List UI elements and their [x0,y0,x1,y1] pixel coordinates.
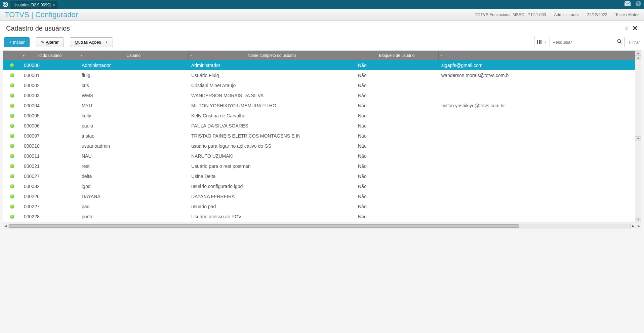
grid-body: 000000AdministradorAdministradorNãosigap… [3,60,641,222]
scroll-bottom-icon[interactable]: ▼ [635,217,641,222]
status-cell [3,215,21,219]
caret-right-icon: ▸ [23,54,25,57]
hscroll-thumb[interactable] [9,224,519,228]
status-cell [3,63,21,67]
status-cell [3,174,21,178]
cell-id: 000001 [21,73,79,78]
header-env: TOTVS Educacional MSSQL P12.1.033 [475,12,546,17]
table-row[interactable]: 000226DAYANADAYANA FERREIRANão [3,191,641,201]
cell-fullname: Kelly Cristina de Carvalho [189,113,355,118]
status-dot-icon [10,104,14,108]
scroll-top-icon[interactable]: ▲ [635,51,641,56]
cell-fullname: Administrador [189,63,355,68]
column-header-id[interactable]: ▸ Id do usuário [21,51,79,60]
tab-close-icon[interactable]: × [53,3,55,7]
table-row[interactable]: 000228portalUsuário acesso ao PGVNão [3,212,641,222]
column-header-fullname[interactable]: ▸ Nome completo do usuário [189,51,355,60]
column-header-email[interactable]: ▸ [439,51,635,60]
table-row[interactable]: 000002crisCristiani Minet AraujoNão [3,80,641,90]
status-cell [3,94,21,98]
help-icon[interactable]: ? [635,1,641,8]
search-icon[interactable] [614,39,625,45]
status-dot-icon [10,114,14,118]
cell-blocked: Não [355,83,439,88]
status-cell [3,114,21,118]
column-header-blocked[interactable]: Bloqueio de usuário [355,51,439,60]
status-dot-icon [10,73,14,77]
table-row[interactable]: 000010usuarioadminusuário para logar no … [3,141,641,151]
svg-line-8 [620,42,621,44]
cell-fullname: Cristiani Minet Araujo [189,83,355,88]
status-dot-icon [10,144,14,148]
cell-id: 000000 [21,63,79,68]
page-title: Cadastro de usuários [6,25,70,32]
table-row[interactable]: 000021restUsuário para o rest postmanNão [3,161,641,171]
table-row[interactable]: 000003WMSWANDERSON MORAIS DA SILVANão [3,90,641,101]
cell-blocked: Não [355,113,439,118]
table-row[interactable]: 000000AdministradorAdministradorNãosigap… [3,60,641,70]
app-title: TOTVS | Configurador [5,10,78,19]
status-dot-icon [10,205,14,209]
table-row[interactable]: 000007tristaoTRISTAO PAINEIS ELETRICOS M… [3,131,641,141]
grid-header: ▸ Id do usuário ▸ Usuário ▸ Nome complet… [3,51,641,60]
table-row[interactable]: 000032lgpdusuário configurado lgpdNão [3,181,641,191]
cell-id: 000227 [21,204,79,209]
alter-button[interactable]: ✎ Alterar [36,37,64,47]
table-row[interactable]: 000227padusuario padNão [3,201,641,212]
table-row[interactable]: 000006paulaPAULA DA SILVA SOARESNão [3,121,641,131]
table-row[interactable]: 000004MYUMILTON YOSHIKIYO UMEMURA FILHON… [3,101,641,111]
table-row[interactable]: 000027deltaUsina DeltaNão [3,171,641,181]
gear-icon[interactable]: ⚙ [624,25,629,32]
search-input[interactable] [550,40,614,45]
status-cell [3,205,21,209]
cell-blocked: Não [355,73,439,78]
status-cell [3,83,21,87]
columns-icon [537,40,542,45]
status-cell [3,164,21,168]
horizontal-scrollbar: ◀ ▶ ▶ [3,222,641,229]
cell-id: 000003 [21,93,79,98]
cell-email: sigapfs@gmail.com [439,63,641,68]
cell-id: 000228 [21,214,79,219]
cell-fullname: MILTON YOSHIKIYO UMEMURA FILHO [189,103,355,108]
cell-fullname: DAYANA FERREIRA [189,194,355,199]
cell-user: WMS [79,93,189,98]
cell-id: 000010 [21,143,79,149]
scroll-right-icon[interactable]: ▶ [631,224,636,228]
cell-fullname: usuário para logar no aplicativo do GS [189,143,355,149]
scroll-up-icon[interactable]: ▲ [635,56,641,60]
other-actions-button[interactable]: Outras Ações [70,37,113,47]
table-row[interactable]: 000011NAUNARUTO UZUMAKINão [3,151,641,161]
cell-id: 000226 [21,194,79,199]
scroll-end-icon[interactable]: ▶ [636,224,641,228]
cell-blocked: Não [355,184,439,189]
search-columns-button[interactable] [534,37,550,47]
column-header-user[interactable]: ▸ Usuário [79,51,189,60]
vertical-scrollbar[interactable]: ▼ ▼ [635,60,641,222]
include-button[interactable]: + Incluir [4,37,30,47]
hscroll-track[interactable] [8,224,631,228]
window-tab[interactable]: Usuários [02.9.0099] × [11,1,57,9]
filter-link[interactable]: Filtrar [629,40,640,45]
status-cell [3,194,21,198]
scroll-left-icon[interactable]: ◀ [3,224,8,228]
cell-id: 000027 [21,174,79,179]
cell-id: 000021 [21,163,79,169]
cell-blocked: Não [355,204,439,209]
cell-user: rest [79,163,189,169]
scroll-down-icon[interactable]: ▼ [635,136,641,141]
cell-user: usuarioadmin [79,143,189,149]
cell-fullname: Usina Delta [189,174,355,179]
column-header-status[interactable] [3,51,21,60]
table-row[interactable]: 000001fluigUsuário FluigNãowanderson.mor… [3,70,641,80]
toolbar: + Incluir ✎ Alterar Outras Ações Filtrar [0,36,644,50]
status-cell [3,184,21,188]
grid: ▸ Id do usuário ▸ Usuário ▸ Nome complet… [3,50,641,222]
table-row[interactable]: 000005kellyKelly Cristina de CarvalhoNão [3,111,641,121]
mail-icon[interactable] [625,1,631,7]
caret-right-icon: ▸ [441,54,442,57]
svg-text:?: ? [637,1,639,6]
status-cell [3,134,21,138]
close-icon[interactable]: ✕ [632,24,638,32]
status-dot-icon [10,215,14,219]
